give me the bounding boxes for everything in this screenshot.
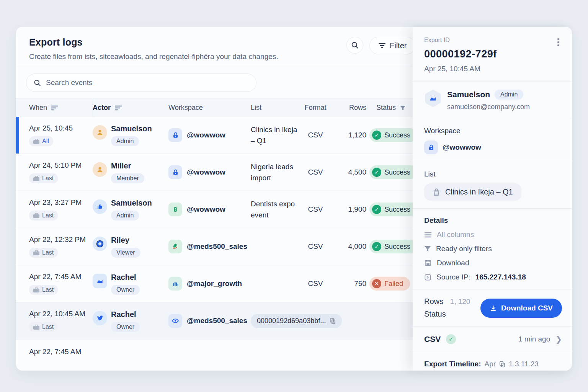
actor-cell: Samuelson Admin xyxy=(93,124,168,146)
role-badge: Viewer xyxy=(111,248,140,258)
workspace-cell: @wowwow xyxy=(168,203,251,216)
role-badge: Admin xyxy=(111,211,139,220)
lock-icon xyxy=(168,128,182,142)
list-pill[interactable]: Clinics in Ikeja – Q1 xyxy=(424,183,521,201)
lock-icon xyxy=(424,140,438,154)
file-time: 1 min ago xyxy=(518,335,550,343)
workspace-cell: @wowwow xyxy=(168,165,251,179)
check-icon: ✓ xyxy=(372,242,381,251)
format-cell: CSV xyxy=(302,242,329,251)
column-header-format[interactable]: Format xyxy=(302,99,329,117)
search-box[interactable] xyxy=(26,74,256,92)
detail-panel: Export ID 00000192-729f Apr 25, 10:45 AM… xyxy=(413,27,572,371)
briefcase-icon xyxy=(33,213,39,218)
workspace-name: @wowwow xyxy=(443,143,481,152)
panel-workspace-section: Workspace @wowwow xyxy=(413,119,572,162)
export-id-label: Export ID xyxy=(424,37,562,44)
actor-cell: Rachel Owner xyxy=(93,310,168,332)
detail-ready-only-filters: Ready only filters xyxy=(424,245,562,253)
role-badge: Owner xyxy=(111,322,140,332)
when-badge: Last xyxy=(29,211,58,220)
download-csv-button[interactable]: Download CSV xyxy=(480,299,562,318)
filter-button[interactable]: Filter xyxy=(369,37,415,54)
rowcount-cell: 4,000 xyxy=(329,242,366,251)
rows-value: 1, 120 xyxy=(450,297,470,305)
when-cell: Apr 24, 5:10 PM Last xyxy=(29,161,93,183)
column-header-when[interactable]: When xyxy=(29,99,93,117)
kebab-menu-icon[interactable] xyxy=(554,37,563,47)
sort-icon xyxy=(114,105,122,111)
panel-file-row[interactable]: CSV ✓ 1 min ago ❯ xyxy=(413,327,572,352)
when-badge: Last xyxy=(29,322,58,332)
copy-icon xyxy=(499,361,505,368)
column-header-workspace[interactable]: Workspace xyxy=(168,99,251,117)
panel-id-section: Export ID 00000192-729f Apr 25, 10:45 AM xyxy=(413,27,572,82)
header-search-button[interactable] xyxy=(346,37,363,54)
actor-cell: Rachel Owner xyxy=(93,273,168,295)
briefcase-icon xyxy=(33,325,39,330)
list-name: Clinics in Ikeja – Q1 xyxy=(445,188,513,196)
format-cell: CSV xyxy=(302,205,329,214)
status-badge: ✓ Success xyxy=(369,165,417,179)
ring-avatar-icon xyxy=(93,237,107,251)
status-badge: ✕ Failed xyxy=(369,277,410,291)
panel-user-section: Samuelson Admin samuelson@company.com xyxy=(413,82,572,119)
actor-cell: Riley Viewer xyxy=(93,236,168,258)
hexagon-avatar xyxy=(424,90,442,107)
lock-icon xyxy=(168,165,182,179)
chevron-right-icon[interactable]: ❯ xyxy=(555,335,562,344)
thumb-up-avatar-icon xyxy=(93,199,107,214)
when-cell: Apr 22, 10:45 AM Last xyxy=(29,310,93,332)
export-logs-card: Export logs Create files from ists, sitc… xyxy=(16,27,572,371)
list-label: List xyxy=(424,170,562,178)
bag-icon xyxy=(433,188,440,196)
person-green-icon xyxy=(168,203,182,216)
column-header-actor[interactable]: Actor xyxy=(93,99,168,117)
source-ip-value: 165.227.143.18 xyxy=(475,273,526,281)
copy-icon[interactable] xyxy=(330,318,336,324)
person-avatar-icon xyxy=(93,162,107,177)
detail-all-columns: All columns xyxy=(424,230,562,239)
list-cell: Nigeria leads import xyxy=(251,161,302,184)
panel-details-section: Details All columns Ready only filters xyxy=(413,209,572,289)
workspace-cell: @meds500_sales xyxy=(168,240,251,253)
check-icon: ✓ xyxy=(446,334,456,344)
check-icon: ✓ xyxy=(372,131,381,140)
when-cell: Apr 23, 3:27 PM Last xyxy=(29,198,93,220)
workspace-label: Workspace xyxy=(424,127,562,135)
check-icon: ✓ xyxy=(372,168,381,177)
when-cell: Apr 22, 12:32 PM Last xyxy=(29,235,93,258)
search-input[interactable] xyxy=(46,78,237,87)
search-icon xyxy=(33,79,41,87)
rowcount-cell: 750 xyxy=(329,279,366,288)
briefcase-icon xyxy=(33,287,39,292)
timeline-label: Export Timeline: xyxy=(424,360,481,368)
details-label: Details xyxy=(424,216,562,225)
when-badge: All xyxy=(29,136,53,146)
panel-list-section: List Clinics in Ikeja – Q1 xyxy=(413,162,572,209)
role-badge: Admin xyxy=(111,136,139,146)
workspace-cell: @major_growth xyxy=(168,277,251,291)
rows-label: Rows xyxy=(424,297,443,305)
download-icon xyxy=(490,305,497,312)
source-ip-icon xyxy=(424,274,431,281)
cross-icon: ✕ xyxy=(372,279,381,288)
actor-cell: Miller Member xyxy=(93,162,168,183)
timeline-version: 1.3.11.23 xyxy=(509,360,539,368)
user-name: Samuelson xyxy=(447,90,490,99)
when-badge: Last xyxy=(29,248,58,258)
search-icon xyxy=(351,41,359,49)
status-badge: ✓ Success xyxy=(369,240,417,253)
when-cell: Apr 25, 10:45 All xyxy=(29,124,93,146)
user-role-badge: Admin xyxy=(495,90,523,100)
column-header-rows[interactable]: Rows xyxy=(329,99,366,117)
list-cell: Clinics in Ikeja – Q1 xyxy=(251,124,302,147)
leaf-icon xyxy=(168,240,182,253)
status-label: Status xyxy=(424,310,470,318)
briefcase-icon xyxy=(33,176,39,181)
export-id-pill[interactable]: 00000192d69a03bbf... xyxy=(251,314,342,328)
bar-chart-icon xyxy=(168,277,182,291)
format-cell: CSV xyxy=(302,168,329,176)
column-header-list[interactable]: List xyxy=(251,99,302,117)
briefcase-icon xyxy=(33,139,39,144)
